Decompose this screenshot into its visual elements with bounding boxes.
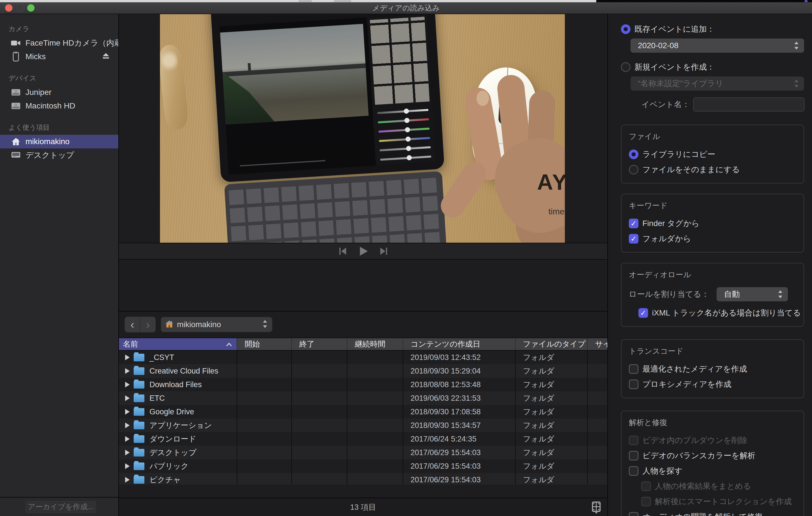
checkbox-checked-icon[interactable] (629, 219, 638, 228)
finder-tags-option[interactable]: Finder タグから (629, 218, 796, 229)
thumb (436, 157, 491, 222)
forward-button[interactable]: › (140, 317, 155, 332)
disclosure-triangle-icon[interactable] (125, 463, 130, 469)
filmstrip-view-icon[interactable] (590, 501, 603, 515)
fingernail (476, 91, 489, 106)
from-folders-option[interactable]: フォルダから (629, 233, 796, 244)
create-optimized-media-option[interactable]: 最適化されたメディアを作成 (629, 364, 796, 374)
disclosure-triangle-icon[interactable] (125, 409, 130, 414)
column-header-end[interactable]: 終了 (292, 338, 347, 350)
column-header-filetype[interactable]: ファイルのタイプ (516, 338, 588, 350)
files-section-title: ファイル (629, 132, 796, 142)
chevron-up-down-icon (793, 79, 800, 88)
table-row[interactable]: ピクチャ 2017/06/29 15:54:03 フォルダ (119, 473, 607, 485)
sidebar-item-macintosh-hd[interactable]: Macintosh HD (0, 99, 118, 113)
checkbox-disabled-icon (641, 497, 651, 506)
table-row[interactable]: アプリケーション 2018/09/30 15:34:57 フォルダ (119, 419, 607, 432)
analyze-balance-color-option[interactable]: ビデオのバランスカラーを解析 (629, 450, 796, 461)
radio-selected-icon[interactable] (621, 24, 631, 34)
import-options-panel: 既存イベントに追加： 2020-02-08 新規イベントを作成： “名称未設定”… (607, 14, 812, 516)
checkbox-unchecked-icon[interactable] (629, 512, 638, 516)
assign-role-dropdown[interactable]: 自動 (717, 287, 788, 301)
column-header-duration[interactable]: 継続時間 (347, 338, 403, 350)
checkbox-unchecked-icon[interactable] (629, 379, 638, 389)
titlebar[interactable]: メディアの読み込み (0, 2, 812, 14)
skip-back-icon[interactable] (338, 247, 347, 256)
sidebar-item-facetime-camera[interactable]: FaceTime HDカメラ（内蔵） (0, 36, 118, 50)
disclosure-triangle-icon[interactable] (125, 450, 130, 455)
table-row[interactable]: Download Files 2018/08/08 12:53:48 フォルダ (119, 378, 607, 392)
audio-roles-section-title: オーディオロール (629, 269, 796, 280)
minimize-window-button (16, 4, 24, 12)
checkbox-checked-icon[interactable] (629, 234, 638, 243)
file-browser-toolbar: ‹ › mikiomakino (119, 312, 607, 338)
ipad-timeline-strip (227, 141, 372, 174)
create-proxy-media-option[interactable]: プロキシメディアを作成 (629, 379, 796, 390)
location-dropdown[interactable]: mikiomakino (161, 317, 272, 332)
radio-selected-icon[interactable] (629, 149, 638, 159)
table-row[interactable]: デスクトップ 2017/06/29 15:54:03 フォルダ (119, 446, 607, 459)
radio-unselected-icon[interactable] (629, 165, 638, 174)
right-hand (443, 57, 565, 243)
disclosure-triangle-icon[interactable] (125, 395, 130, 401)
column-header-start[interactable]: 開始 (237, 338, 292, 350)
import-media-window: メディアの読み込み カメラ FaceTime HDカメラ（内蔵） Micks (0, 0, 812, 516)
back-button[interactable]: ‹ (125, 317, 140, 332)
disclosure-triangle-icon[interactable] (125, 382, 130, 388)
ipad-with-keyboard (210, 14, 449, 243)
disclosure-triangle-icon[interactable] (125, 354, 130, 360)
copy-to-library-option[interactable]: ライブラリにコピー (629, 149, 796, 160)
ipad-slider-shadow (377, 109, 428, 114)
sidebar-item-juniper[interactable]: Juniper (0, 86, 118, 99)
table-row[interactable]: _CSYT 2019/09/03 12:43:52 フォルダ (119, 351, 607, 364)
create-new-event-option[interactable]: 新規イベントを作成： (621, 62, 805, 73)
disclosure-triangle-icon[interactable] (125, 477, 130, 483)
sidebar-item-desktop[interactable]: デスクトップ (0, 148, 118, 162)
sidebar-item-micks-device[interactable]: Micks (0, 50, 118, 63)
checkbox-unchecked-icon[interactable] (629, 451, 638, 460)
checkbox-unchecked-icon[interactable] (629, 466, 638, 476)
folder-icon (134, 408, 144, 416)
table-row[interactable]: Google Drive 2018/09/30 17:08:58 フォルダ (119, 405, 607, 419)
folder-icon (134, 381, 144, 389)
close-window-button[interactable] (5, 4, 12, 11)
video-preview[interactable]: AY time (160, 14, 565, 243)
radio-unselected-icon[interactable] (621, 62, 631, 72)
column-header-size[interactable]: サイズ (588, 338, 607, 350)
leave-files-in-place-option[interactable]: ファイルをそのままにする (629, 164, 796, 175)
keywords-section-title: キーワード (629, 201, 796, 211)
column-header-name[interactable]: 名前 (119, 338, 237, 350)
find-people-option[interactable]: 人物を探す (629, 466, 796, 476)
table-row[interactable]: パブリック 2017/06/29 15:54:03 フォルダ (119, 459, 607, 473)
ipad-slider-gamma (380, 146, 431, 151)
eject-icon[interactable] (102, 52, 110, 61)
zoom-window-button[interactable] (27, 4, 34, 11)
checkbox-unchecked-icon[interactable] (629, 364, 638, 374)
sidebar-section-favorites: よく使う項目 (8, 123, 118, 132)
existing-event-dropdown[interactable]: 2020-02-08 (631, 38, 804, 53)
column-header-created[interactable]: コンテンツの作成日 (403, 338, 516, 350)
checkbox-checked-icon[interactable] (638, 308, 648, 318)
play-icon[interactable] (357, 246, 369, 257)
assign-role-label: ロールを割り当てる： (629, 289, 709, 299)
ipad-slider-tint (380, 155, 432, 161)
table-row[interactable]: Creative Cloud Files 2018/09/30 15:29:04… (119, 364, 607, 378)
folder-icon (134, 462, 144, 470)
disclosure-triangle-icon[interactable] (125, 436, 130, 442)
disclosure-triangle-icon[interactable] (125, 368, 130, 374)
table-row[interactable]: ダウンロード 2017/06/24 5:24:35 フォルダ (119, 432, 607, 446)
skip-forward-icon[interactable] (379, 247, 389, 256)
home-icon (10, 137, 22, 146)
disclosure-triangle-icon[interactable] (125, 423, 130, 428)
ixml-track-option[interactable]: iXML トラック名がある場合は割り当てる (638, 308, 796, 318)
home-folder-icon (165, 320, 174, 329)
add-to-existing-event-option[interactable]: 既存イベントに追加： (621, 24, 805, 34)
create-archive-button[interactable]: アーカイブを作成... (26, 501, 96, 513)
folder-icon (134, 367, 144, 375)
sidebar-item-mikiomakino[interactable]: mikiomakino (0, 135, 118, 148)
sidebar-section-cameras: カメラ (8, 24, 118, 33)
event-name-input[interactable] (693, 97, 805, 112)
analyze-fix-audio-option[interactable]: オーディオの問題を解析して修復 (629, 512, 796, 516)
table-row[interactable]: ETC 2019/06/03 22:31:53 フォルダ (119, 392, 607, 405)
ipad-screen (220, 14, 436, 174)
